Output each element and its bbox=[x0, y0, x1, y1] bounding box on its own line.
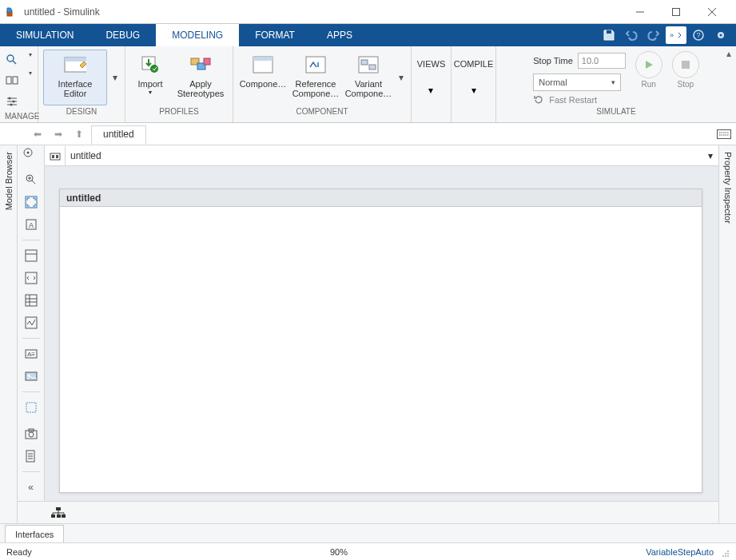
undo-button[interactable] bbox=[621, 26, 642, 44]
signal-trace-button[interactable] bbox=[21, 312, 42, 333]
fast-restart-label: Fast Restart bbox=[549, 95, 597, 105]
panel-layout-button[interactable] bbox=[21, 245, 42, 266]
collapse-toolstrip-button[interactable]: « bbox=[21, 477, 42, 498]
variant-component-button[interactable]: Variant Compone… bbox=[344, 50, 393, 105]
svg-rect-70 bbox=[56, 507, 61, 510]
apply-stereotypes-button[interactable]: Apply Stereotypes bbox=[173, 50, 228, 105]
tab-apps[interactable]: APPS bbox=[311, 24, 368, 46]
property-inspector-label: Property Inspector bbox=[723, 152, 733, 224]
svg-point-83 bbox=[725, 553, 726, 554]
spreadsheet-button[interactable] bbox=[21, 290, 42, 311]
group-label: PROFILES bbox=[130, 105, 228, 117]
fit-view-button[interactable] bbox=[21, 192, 42, 212]
chevron-down-icon: ▾ bbox=[611, 78, 615, 86]
zoom-tool-button[interactable] bbox=[21, 169, 42, 190]
model-top-button[interactable] bbox=[45, 146, 66, 165]
svg-point-24 bbox=[150, 65, 158, 73]
toggle-perspective-button[interactable]: A bbox=[21, 214, 42, 235]
import-icon bbox=[139, 54, 161, 76]
status-zoom[interactable]: 90% bbox=[330, 547, 348, 557]
help-button[interactable]: ? bbox=[688, 26, 709, 44]
ribbon-group-views: VIEWS ▾ bbox=[412, 46, 452, 122]
tab-debug[interactable]: DEBUG bbox=[90, 24, 156, 46]
component-button[interactable]: Compone… bbox=[238, 50, 288, 105]
chevron-down-icon: ▾ bbox=[149, 89, 152, 96]
ribbon-collapse-button[interactable]: ▴ bbox=[723, 48, 734, 59]
status-ready: Ready bbox=[6, 547, 32, 557]
redo-button[interactable] bbox=[643, 26, 664, 44]
stop-label: Stop bbox=[677, 80, 694, 89]
simulation-mode-select[interactable]: Normal ▾ bbox=[533, 73, 621, 91]
find-button[interactable] bbox=[2, 51, 22, 69]
interface-editor-button[interactable]: Interface Editor bbox=[43, 50, 107, 105]
settings-button[interactable] bbox=[2, 93, 22, 110]
screenshot-button[interactable] bbox=[21, 423, 42, 444]
property-inspector-tab[interactable]: Property Inspector bbox=[718, 145, 736, 523]
model-tab[interactable]: untitled bbox=[91, 125, 146, 145]
reference-component-button[interactable]: Reference Compone… bbox=[291, 50, 340, 105]
nav-back-button[interactable]: ⬅ bbox=[27, 125, 48, 144]
canvas[interactable]: untitled bbox=[59, 189, 702, 493]
annotation-button[interactable]: A≡ bbox=[21, 344, 42, 364]
ribbon-group-design: Interface Editor ▾ DESIGN bbox=[38, 46, 125, 122]
nav-up-button[interactable]: ⬆ bbox=[69, 125, 90, 144]
footer-tabs: Interfaces bbox=[0, 523, 736, 542]
chevron-down-icon[interactable]: ▾ bbox=[428, 85, 433, 96]
toolstrip-menu-button[interactable] bbox=[710, 26, 731, 44]
stop-time-input[interactable] bbox=[578, 53, 626, 69]
shortcuts-button[interactable]: » bbox=[666, 26, 686, 44]
hide-browser-button[interactable] bbox=[22, 147, 40, 165]
tab-simulation[interactable]: SIMULATION bbox=[0, 24, 90, 46]
title-bar: untitled - Simulink bbox=[0, 0, 736, 24]
button-label: Apply Stereotypes bbox=[177, 79, 225, 98]
reference-component-icon bbox=[304, 54, 327, 76]
report-button[interactable] bbox=[21, 446, 42, 467]
svg-line-12 bbox=[13, 61, 16, 64]
stereotypes-icon bbox=[189, 54, 212, 76]
svg-point-84 bbox=[727, 550, 729, 552]
svg-point-81 bbox=[727, 553, 729, 554]
path-dropdown[interactable]: ▾ bbox=[702, 150, 718, 161]
svg-rect-41 bbox=[52, 155, 54, 158]
close-button[interactable] bbox=[694, 1, 730, 23]
svg-point-82 bbox=[722, 555, 724, 557]
component-dropdown[interactable]: ▾ bbox=[396, 50, 406, 105]
area-button[interactable] bbox=[21, 397, 42, 418]
svg-point-39 bbox=[26, 152, 29, 154]
compare-button[interactable] bbox=[2, 72, 22, 89]
canvas-toolstrip: A A≡ « bbox=[18, 166, 45, 501]
interfaces-tab[interactable]: Interfaces bbox=[5, 525, 64, 542]
import-button[interactable]: Import ▾ bbox=[130, 50, 170, 105]
model-browser-label: Model Browser bbox=[4, 152, 14, 210]
tab-format[interactable]: FORMAT bbox=[239, 24, 311, 46]
nav-forward-button[interactable]: ➡ bbox=[48, 125, 69, 144]
run-label: Run bbox=[642, 80, 656, 89]
button-label: Compone… bbox=[240, 79, 287, 89]
tab-modeling[interactable]: MODELING bbox=[156, 24, 239, 46]
svg-rect-35 bbox=[718, 129, 731, 138]
chevron-down-icon[interactable]: ▾ bbox=[471, 85, 476, 96]
keyboard-icon[interactable] bbox=[712, 125, 736, 144]
maximize-button[interactable] bbox=[658, 1, 694, 23]
chevron-down-icon[interactable]: ▾ bbox=[29, 70, 37, 77]
svg-rect-71 bbox=[51, 514, 55, 518]
minimize-button[interactable] bbox=[622, 1, 658, 23]
fast-restart-button[interactable]: Fast Restart bbox=[533, 94, 626, 105]
design-dropdown[interactable]: ▾ bbox=[110, 50, 120, 105]
resize-grip-icon[interactable] bbox=[718, 546, 730, 558]
hierarchy-icon[interactable] bbox=[51, 507, 66, 518]
group-label: DESIGN bbox=[43, 105, 120, 117]
button-label: Variant Compone… bbox=[345, 79, 392, 98]
svg-point-10 bbox=[720, 34, 722, 37]
save-button[interactable] bbox=[599, 26, 619, 44]
run-button[interactable] bbox=[635, 51, 662, 78]
views-label: VIEWS bbox=[417, 59, 445, 69]
svg-rect-57 bbox=[26, 317, 37, 328]
code-view-button[interactable] bbox=[21, 268, 42, 288]
window-title: untitled - Simulink bbox=[24, 6, 622, 18]
image-button[interactable] bbox=[21, 366, 42, 387]
status-solver[interactable]: VariableStepAuto bbox=[646, 547, 714, 557]
model-browser-tab[interactable]: Model Browser bbox=[0, 145, 18, 523]
stop-button[interactable] bbox=[672, 51, 699, 78]
chevron-down-icon[interactable]: ▾ bbox=[29, 51, 37, 58]
